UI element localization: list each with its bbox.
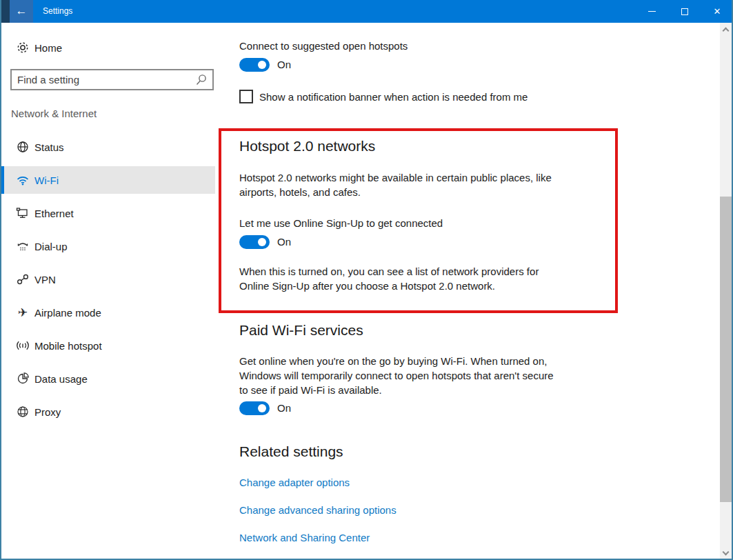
- scrollbar-down-icon[interactable]: [723, 549, 730, 556]
- sidebar-item-label: Home: [34, 42, 62, 54]
- dialup-icon: [16, 239, 30, 253]
- sidebar-item-proxy[interactable]: Proxy: [1, 398, 215, 426]
- maximize-button[interactable]: [669, 0, 701, 23]
- ethernet-icon: [16, 206, 30, 220]
- notification-banner-checkbox[interactable]: [239, 90, 253, 103]
- gear-icon: [16, 41, 30, 54]
- paid-wifi-description: Get online when you're on the go by buyi…: [239, 354, 558, 397]
- mobile-hotspot-icon: [16, 339, 30, 352]
- sidebar-item-ethernet[interactable]: Ethernet: [1, 199, 215, 227]
- close-button[interactable]: ✕: [701, 0, 733, 23]
- online-signup-state: On: [277, 235, 291, 249]
- related-settings-heading: Related settings: [239, 443, 343, 460]
- titlebar-dark-strip: [0, 0, 10, 23]
- wifi-icon: [16, 173, 30, 187]
- sidebar-item-label: Status: [34, 141, 64, 153]
- back-arrow-icon: ←: [16, 4, 28, 17]
- search-box: [10, 69, 214, 90]
- connect-hotspots-toggle[interactable]: [239, 58, 270, 72]
- sidebar-item-label: Proxy: [34, 406, 61, 418]
- sidebar-section-label: Network & Internet: [11, 108, 97, 119]
- hotspot2-heading: Hotspot 2.0 networks: [239, 138, 375, 154]
- sidebar-item-mobile-hotspot[interactable]: Mobile hotspot: [1, 332, 215, 359]
- notification-banner-label: Show a notification banner when action i…: [259, 90, 528, 104]
- sidebar-item-label: Dial-up: [34, 241, 68, 252]
- sidebar-item-status[interactable]: Status: [1, 133, 215, 161]
- online-signup-label: Let me use Online Sign-Up to get connect…: [239, 216, 443, 230]
- sidebar-item-label: Mobile hotspot: [34, 340, 102, 352]
- sidebar-item-vpn[interactable]: VPN: [1, 266, 215, 293]
- toggle-knob: [258, 61, 266, 69]
- scrollbar-thumb[interactable]: [720, 197, 732, 502]
- sidebar-item-dialup[interactable]: Dial-up: [1, 232, 215, 260]
- maximize-icon: [681, 8, 688, 15]
- settings-window: ← Settings ✕ Home Network: [0, 0, 733, 560]
- sidebar-item-label: Ethernet: [34, 208, 74, 219]
- sidebar-item-wifi[interactable]: Wi-Fi: [1, 166, 215, 194]
- sidebar-item-label: VPN: [34, 274, 56, 286]
- hotspot2-description: Hotspot 2.0 networks might be available …: [239, 170, 563, 199]
- close-icon: ✕: [714, 7, 721, 16]
- paid-wifi-state: On: [277, 401, 291, 415]
- vpn-icon: [16, 272, 30, 286]
- toggle-knob: [258, 404, 266, 412]
- toggle-knob: [258, 238, 266, 246]
- minimize-button[interactable]: [636, 0, 667, 23]
- link-network-and-sharing-center[interactable]: Network and Sharing Center: [239, 532, 370, 543]
- paid-wifi-heading: Paid Wi-Fi services: [239, 322, 363, 339]
- sidebar-item-data-usage[interactable]: Data usage: [1, 365, 215, 392]
- airplane-icon: ✈: [16, 306, 30, 319]
- scrollbar[interactable]: [720, 23, 732, 560]
- sidebar-item-home[interactable]: Home: [1, 34, 215, 61]
- link-change-advanced-sharing-options[interactable]: Change advanced sharing options: [239, 504, 396, 516]
- connect-hotspots-state: On: [277, 58, 291, 72]
- scrollbar-up-icon[interactable]: [723, 28, 730, 34]
- online-signup-toggle[interactable]: [239, 235, 270, 249]
- proxy-globe-icon: [16, 405, 30, 419]
- data-usage-icon: [16, 372, 30, 386]
- window-title: Settings: [43, 0, 72, 23]
- sidebar-item-airplane-mode[interactable]: ✈ Airplane mode: [1, 299, 215, 326]
- hotspot2-note: When this is turned on, you can see a li…: [239, 264, 556, 293]
- paid-wifi-toggle[interactable]: [239, 401, 270, 415]
- sidebar-item-label: Data usage: [34, 373, 88, 385]
- search-input[interactable]: [17, 70, 190, 89]
- link-change-adapter-options[interactable]: Change adapter options: [239, 477, 350, 488]
- sidebar-item-label: Airplane mode: [34, 307, 101, 319]
- sidebar-item-label: Wi-Fi: [34, 174, 59, 186]
- titlebar: ← Settings ✕: [0, 0, 733, 23]
- globe-icon: [16, 140, 30, 154]
- minimize-icon: [648, 11, 656, 12]
- connect-hotspots-label: Connect to suggested open hotspots: [239, 39, 408, 53]
- search-icon: [195, 74, 208, 86]
- back-button[interactable]: ←: [10, 0, 33, 23]
